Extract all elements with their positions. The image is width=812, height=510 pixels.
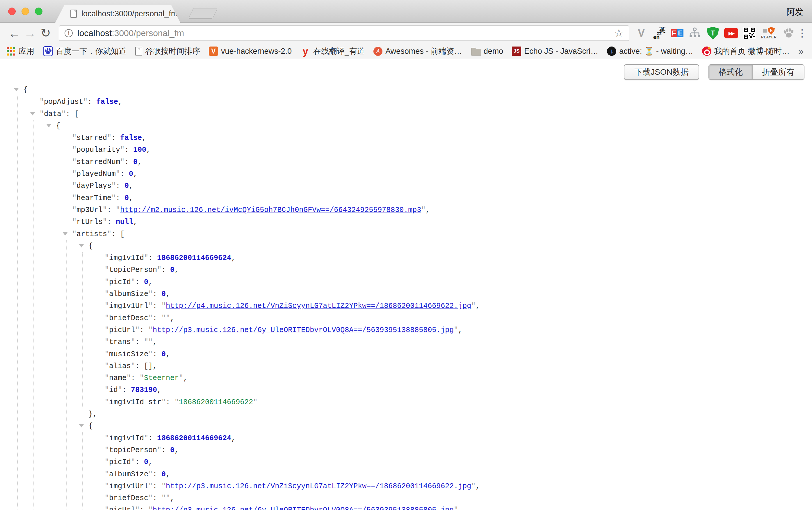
json-line: {	[88, 240, 812, 252]
close-window-button[interactable]	[8, 7, 16, 15]
reload-icon[interactable]: ↻	[38, 27, 54, 39]
html5-player-icon[interactable]: 5 PLAYER	[761, 26, 777, 40]
json-line: "musicSize": 0,	[105, 348, 812, 360]
json-line: "briefDesc": "",	[105, 492, 812, 504]
json-line: {	[88, 420, 812, 432]
browser-profile-name: 阿发	[786, 6, 803, 18]
collapse-triangle-icon[interactable]	[14, 88, 19, 91]
youdao-icon: y	[300, 46, 310, 56]
collapse-triangle-icon[interactable]	[62, 232, 68, 236]
json-url-link[interactable]: http://p4.music.126.net/VnZiScyynLG7atLI…	[166, 302, 471, 310]
collapse-all-button[interactable]: 折叠所有	[752, 65, 804, 79]
json-line: "img1v1Id_str": "18686200114669622"	[105, 396, 812, 408]
translate-icon[interactable]: ⇄ 英 en	[652, 26, 666, 40]
json-line: "img1v1Id": 18686200114669624,	[105, 252, 812, 264]
collapse-triangle-icon[interactable]	[30, 112, 35, 115]
url-host: localhost	[77, 28, 112, 38]
tampermonkey-icon[interactable]: T	[706, 26, 720, 40]
new-tab-button[interactable]	[188, 8, 218, 19]
bookmark-item[interactable]: demo	[471, 46, 503, 56]
url-path: :3000/personal_fm	[112, 28, 184, 38]
json-url-link[interactable]: http://m2.music.126.net/ivMcQYiG5oh7BCJh…	[120, 206, 421, 214]
bookmark-item[interactable]: active: ⏳ - waiting…	[607, 47, 693, 56]
bookmark-item[interactable]: JS Echo JS - JavaScri…	[512, 47, 598, 56]
json-line: {	[56, 120, 812, 132]
download-circle-icon	[607, 47, 616, 56]
page-content: 下载JSON数据 格式化 折叠所有 {"popAdjust": false,"d…	[0, 59, 812, 510]
format-button[interactable]: 格式化	[709, 65, 752, 79]
json-url-link[interactable]: http://p3.music.126.net/VnZiScyynLG7atLI…	[166, 482, 471, 490]
json-url-link[interactable]: http://p3.music.126.net/6y-UleORITEDbvrO…	[153, 506, 454, 510]
json-line: "starredNum": 0,	[72, 156, 812, 168]
page-favicon-icon	[70, 9, 77, 18]
cube-icon	[763, 29, 766, 33]
json-block: "starred": false,"popularity": 100,"star…	[50, 132, 812, 510]
sitemap-icon[interactable]	[688, 26, 701, 40]
qr-code-icon[interactable]	[743, 26, 756, 40]
minimize-window-button[interactable]	[22, 7, 29, 15]
bookmark-item[interactable]: A Awesomes - 前端资…	[373, 46, 462, 56]
page-info-icon[interactable]: i	[64, 29, 73, 37]
vue-devtools-icon[interactable]: V	[635, 26, 648, 40]
json-line: "dayPlays": 0,	[72, 180, 812, 192]
json-line: "img1v1Id": 18686200114669624,	[105, 432, 812, 444]
json-line: "data": [	[39, 108, 812, 120]
window-controls	[8, 7, 42, 15]
weibo-icon	[702, 47, 712, 56]
json-line: "id": 783190,	[105, 384, 812, 396]
json-block: {"img1v1Id": 18686200114669624,"topicPer…	[66, 240, 812, 510]
json-block: {"starred": false,"popularity": 100,"sta…	[33, 120, 812, 510]
json-line: "briefDesc": "",	[105, 312, 812, 324]
zoom-window-button[interactable]	[35, 7, 42, 15]
json-line: "albumSize": 0,	[105, 288, 812, 300]
json-line: "picId": 0,	[105, 456, 812, 468]
json-block: "img1v1Id": 18686200114669624,"topicPers…	[82, 432, 812, 510]
json-line: "picUrl": "http://p3.music.126.net/6y-Ul…	[105, 504, 812, 510]
url-text: localhost:3000/personal_fm	[77, 28, 184, 38]
extensions-row: V ⇄ 英 en F E T ▶▶	[635, 26, 795, 40]
json-block: "popAdjust": false,"data": [{"starred": …	[17, 96, 812, 510]
json-url-link[interactable]: http://p3.music.126.net/6y-UleORITEDbvrO…	[153, 326, 454, 334]
json-line: "hearTime": 0,	[72, 192, 812, 204]
download-json-button[interactable]: 下载JSON数据	[624, 64, 699, 80]
browser-tab[interactable]: localhost:3000/personal_fm ×	[55, 5, 180, 23]
back-icon[interactable]: ←	[6, 27, 22, 39]
json-line: "rtUrls": null,	[72, 216, 812, 228]
json-block: "img1v1Id": 18686200114669624,"topicPers…	[82, 252, 812, 408]
bookmark-item[interactable]: 百度一下，你就知道	[43, 46, 126, 56]
json-line: "alias": [],	[105, 360, 812, 372]
echojs-icon: JS	[512, 47, 521, 56]
json-line: "playedNum": 0,	[72, 168, 812, 180]
json-line: "starred": false,	[72, 132, 812, 144]
bookmark-item[interactable]: 应用	[6, 46, 34, 56]
bookmarks-overflow-icon[interactable]: »	[798, 46, 804, 57]
bookmark-item[interactable]: V vue-hackernews-2.0	[209, 47, 292, 56]
json-tree: {"popAdjust": false,"data": [{"starred":…	[23, 84, 812, 510]
json-line: "artists": [	[72, 228, 812, 240]
browser-menu-icon[interactable]: ⋮	[797, 27, 806, 39]
json-line: "mp3Url": "http://m2.music.126.net/ivMcQ…	[72, 204, 812, 216]
bookmark-item[interactable]: y 在线翻译_有道	[300, 46, 365, 56]
json-line: "picId": 0,	[105, 276, 812, 288]
json-line: "topicPerson": 0,	[105, 444, 812, 456]
json-line: "albumSize": 0,	[105, 469, 812, 480]
collapse-triangle-icon[interactable]	[79, 244, 84, 247]
view-mode-segmented-control: 格式化 折叠所有	[708, 64, 805, 80]
json-line: "popAdjust": false,	[39, 96, 812, 108]
bookmark-item[interactable]: 谷歌按时间排序	[135, 46, 200, 56]
json-line: "name": "Steerner",	[105, 372, 812, 384]
bookmark-item[interactable]: 我的首页 微博-随时…	[702, 46, 790, 56]
json-viewer-actions: 下载JSON数据 格式化 折叠所有	[624, 64, 805, 80]
collapse-triangle-icon[interactable]	[46, 124, 52, 127]
json-line: },	[88, 408, 812, 420]
collapse-triangle-icon[interactable]	[79, 424, 84, 427]
fast-forward-icon[interactable]: ▶▶	[724, 28, 738, 38]
address-bar[interactable]: i localhost:3000/personal_fm ☆	[59, 25, 629, 41]
json-line: "picUrl": "http://p3.music.126.net/6y-Ul…	[105, 324, 812, 336]
window-titlebar: localhost:3000/personal_fm × 阿发	[0, 0, 812, 23]
paw-icon[interactable]	[782, 26, 795, 40]
vue-icon: V	[209, 47, 218, 56]
fe-extension-icon[interactable]: F E	[671, 27, 684, 39]
bookmark-star-icon[interactable]: ☆	[614, 27, 624, 39]
forward-icon[interactable]: →	[22, 27, 38, 39]
